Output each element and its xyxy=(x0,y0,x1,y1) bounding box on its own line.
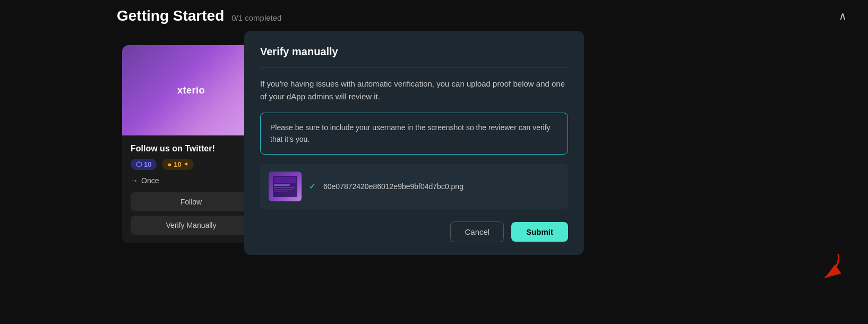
thumbnail-preview xyxy=(269,172,302,201)
card-body: Follow us on Twitter! ⬡ 10 ● 10 ✦ → Once… xyxy=(122,135,260,243)
coin-value: 10 xyxy=(174,160,181,168)
info-text: Please be sure to include your username … xyxy=(270,123,551,143)
submit-button[interactable]: Submit xyxy=(511,222,568,242)
xp-icon: ⬡ xyxy=(136,160,142,168)
brand-label: xterio xyxy=(177,85,205,96)
card-image: xterio xyxy=(122,45,260,135)
upload-filename: 60e07872420e86012e9be9bf04d7bc0.png xyxy=(323,182,463,191)
once-label: → Once xyxy=(131,176,252,185)
svg-rect-3 xyxy=(274,187,295,188)
cancel-button[interactable]: Cancel xyxy=(450,221,504,242)
svg-rect-2 xyxy=(274,184,290,186)
verify-manually-modal: Verify manually If you're having issues … xyxy=(244,31,584,255)
card-rewards: ⬡ 10 ● 10 ✦ xyxy=(131,159,252,170)
verify-manually-button[interactable]: Verify Manually xyxy=(131,216,252,235)
svg-rect-5 xyxy=(274,191,287,192)
follow-button[interactable]: Follow xyxy=(131,192,252,211)
upload-box: ✓ 60e07872420e86012e9be9bf04d7bc0.png xyxy=(260,164,568,209)
modal-description: If you're having issues with automatic v… xyxy=(260,78,568,103)
sparkle-icon: ✦ xyxy=(184,161,188,168)
card-title: Follow us on Twitter! xyxy=(131,144,252,154)
title-group: Getting Started 0/1 completed xyxy=(117,7,281,24)
xp-badge: ⬡ 10 xyxy=(131,159,157,170)
svg-rect-4 xyxy=(274,189,293,190)
upload-thumbnail xyxy=(269,172,302,201)
page-title: Getting Started xyxy=(117,7,224,24)
coin-icon: ● xyxy=(167,160,171,168)
modal-title: Verify manually xyxy=(260,46,568,58)
twitter-task-card: xterio Follow us on Twitter! ⬡ 10 ● 10 ✦… xyxy=(122,45,260,243)
modal-footer: Cancel Submit xyxy=(260,221,568,242)
modal-info-box: Please be sure to include your username … xyxy=(260,113,568,155)
svg-rect-1 xyxy=(274,177,296,183)
arrow-icon: → xyxy=(131,176,138,185)
collapse-icon[interactable]: ∧ xyxy=(839,10,847,22)
modal-divider xyxy=(260,67,568,68)
getting-started-header: Getting Started 0/1 completed ∧ xyxy=(117,7,847,24)
coin-badge: ● 10 ✦ xyxy=(162,159,193,170)
upload-check-icon: ✓ xyxy=(309,181,316,191)
once-text: Once xyxy=(141,176,159,185)
progress-label: 0/1 completed xyxy=(231,13,281,22)
xp-value: 10 xyxy=(144,160,151,168)
